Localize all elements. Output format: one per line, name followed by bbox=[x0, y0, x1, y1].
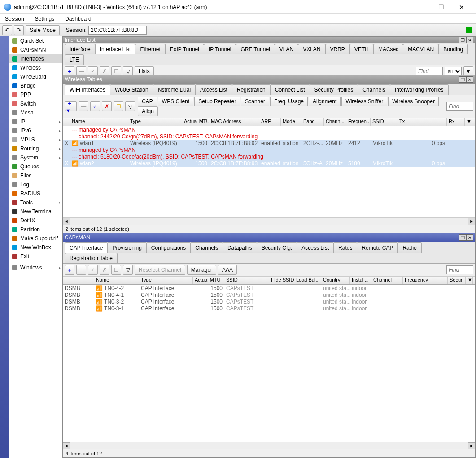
tab-security-profiles[interactable]: Security Profiles bbox=[310, 84, 358, 95]
tab-ethernet[interactable]: Ethernet bbox=[135, 44, 165, 54]
enable-button[interactable]: ✓ bbox=[90, 101, 100, 111]
col-header[interactable]: Channel bbox=[371, 277, 403, 284]
sidebar-item-bridge[interactable]: Bridge bbox=[9, 81, 62, 90]
table-row[interactable]: DSMB📶 TN0-3-2CAP Interface1500CAPsTESTun… bbox=[63, 298, 475, 305]
menu-dashboard[interactable]: Dashboard bbox=[63, 15, 93, 23]
find-input[interactable] bbox=[446, 102, 473, 111]
sidebar-item-new-terminal[interactable]: New Terminal bbox=[9, 207, 62, 216]
col-header[interactable]: Tx bbox=[397, 118, 447, 126]
sidebar-item-radius[interactable]: RADIUS bbox=[9, 189, 62, 198]
menu-session[interactable]: Session bbox=[3, 15, 26, 23]
maximize-button[interactable]: ☐ bbox=[431, 0, 451, 14]
scroll-left-button[interactable]: ◄ bbox=[63, 442, 70, 449]
col-header[interactable] bbox=[63, 118, 70, 126]
wps-client-button[interactable]: WPS Client bbox=[158, 97, 193, 106]
h-scrollbar[interactable]: ◄ ► bbox=[63, 442, 475, 449]
tab-vlan[interactable]: VLAN bbox=[275, 44, 298, 54]
tab-lte[interactable]: LTE bbox=[65, 54, 84, 65]
col-header[interactable]: Type bbox=[139, 277, 193, 284]
col-header[interactable]: Actual MTU bbox=[193, 277, 224, 284]
reselect-channel-button[interactable]: Reselect Channel bbox=[135, 265, 185, 275]
sidebar-item-interfaces[interactable]: Interfaces bbox=[9, 54, 62, 63]
tab-interworking-profiles[interactable]: Interworking Profiles bbox=[390, 84, 449, 95]
filter-button[interactable]: ▽ bbox=[123, 265, 133, 275]
col-header[interactable]: Chann... bbox=[324, 118, 346, 126]
panel-header[interactable]: Wireless Tables ❐ ✕ bbox=[63, 75, 475, 84]
col-header[interactable]: Name bbox=[94, 277, 139, 284]
add-button[interactable]: ＋▾ bbox=[65, 101, 77, 111]
sidebar-item-files[interactable]: Files bbox=[9, 171, 62, 180]
undo-button[interactable]: ↶ bbox=[2, 25, 12, 35]
sidebar-item-ip[interactable]: IP▸ bbox=[9, 117, 62, 126]
disable-button[interactable]: ✗ bbox=[100, 265, 109, 275]
sidebar-item-tools[interactable]: Tools▸ bbox=[9, 198, 62, 207]
tab-w60g-station[interactable]: W60G Station bbox=[110, 84, 153, 95]
panel-restore-button[interactable]: ❐ bbox=[459, 234, 466, 241]
col-menu-button[interactable]: ▼ bbox=[465, 118, 472, 126]
tab-datapaths[interactable]: Datapaths bbox=[223, 242, 257, 253]
panel-close-button[interactable]: ✕ bbox=[466, 76, 473, 83]
tab-connect-list[interactable]: Connect List bbox=[270, 84, 310, 95]
col-header[interactable]: Mode bbox=[281, 118, 301, 126]
panel-restore-button[interactable]: ❐ bbox=[459, 76, 466, 83]
table-row[interactable]: --- channel: 5180/20-Ceee/ac(20dBm), SSI… bbox=[63, 153, 475, 160]
tab-macvlan[interactable]: MACVLAN bbox=[403, 44, 439, 54]
col-header[interactable] bbox=[63, 277, 94, 284]
table-row[interactable]: X📶 wlan1Wireless (IPQ4019)15002C:C8:1B:7… bbox=[63, 140, 475, 146]
sidebar-item-partition[interactable]: Partition bbox=[9, 225, 62, 234]
col-header[interactable]: Type bbox=[128, 118, 182, 126]
col-header[interactable]: SSID bbox=[224, 277, 269, 284]
tab-access-list[interactable]: Access List bbox=[297, 242, 334, 253]
sidebar-item-dot1x[interactable]: Dot1X bbox=[9, 216, 62, 225]
col-header[interactable]: ARP bbox=[259, 118, 281, 126]
tab-cap-interface[interactable]: CAP Interface bbox=[65, 242, 108, 253]
sidebar-item-system[interactable]: System▸ bbox=[9, 153, 62, 162]
table-row[interactable]: --- managed by CAPsMAN bbox=[63, 126, 475, 133]
remove-button[interactable]: — bbox=[76, 265, 86, 275]
tab-eoip-tunnel[interactable]: EoIP Tunnel bbox=[165, 44, 204, 54]
panel-header[interactable]: CAPsMAN ❐ ✕ bbox=[63, 233, 475, 242]
wireless-sniffer-button[interactable]: Wireless Sniffer bbox=[341, 97, 387, 106]
sidebar-item-wireless[interactable]: Wireless bbox=[9, 63, 62, 72]
menu-settings[interactable]: Settings bbox=[33, 15, 56, 23]
col-header[interactable]: Install... bbox=[350, 277, 371, 284]
sidebar-item-new-winbox[interactable]: New WinBox bbox=[9, 243, 62, 252]
col-header[interactable]: Frequency bbox=[403, 277, 448, 284]
scroll-right-button[interactable]: ► bbox=[468, 218, 475, 225]
tab-ip-tunnel[interactable]: IP Tunnel bbox=[204, 44, 236, 54]
panel-restore-button[interactable]: ❐ bbox=[459, 37, 466, 43]
tab-veth[interactable]: VETH bbox=[349, 44, 374, 54]
tab-configurations[interactable]: Configurations bbox=[146, 242, 191, 253]
tab-macsec[interactable]: MACsec bbox=[373, 44, 403, 54]
close-button[interactable]: ✕ bbox=[451, 0, 472, 14]
tab-channels[interactable]: Channels bbox=[190, 242, 223, 253]
minimize-button[interactable]: — bbox=[410, 0, 431, 14]
table-row[interactable]: DSMB📶 TN0-4-1CAP Interface1500CAPsTESTun… bbox=[63, 291, 475, 298]
scanner-button[interactable]: Scanner bbox=[241, 97, 269, 106]
table-row[interactable]: X📶 wlan2Wireless (IPQ4019)15002C:C8:1B:7… bbox=[63, 160, 475, 167]
col-header[interactable]: Frequen... bbox=[346, 118, 371, 126]
comment-button[interactable]: ☐ bbox=[114, 101, 123, 111]
col-header[interactable]: Load Bal... bbox=[294, 277, 321, 284]
wireless-snooper-button[interactable]: Wireless Snooper bbox=[388, 97, 439, 106]
sidebar-item-log[interactable]: Log bbox=[9, 180, 62, 189]
col-header[interactable]: SSID bbox=[371, 118, 397, 126]
tab-nstreme-dual[interactable]: Nstreme Dual bbox=[153, 84, 196, 95]
sidebar-item-make-supout-rif[interactable]: Make Supout.rif bbox=[9, 234, 62, 243]
sidebar-item-mpls[interactable]: MPLS▸ bbox=[9, 135, 62, 144]
sidebar-item-routing[interactable]: Routing▸ bbox=[9, 144, 62, 153]
enable-button[interactable]: ✓ bbox=[88, 265, 98, 275]
panel-close-button[interactable]: ✕ bbox=[466, 37, 473, 43]
manager-button[interactable]: Manager bbox=[187, 265, 216, 275]
col-header[interactable]: Actual MTU bbox=[182, 118, 209, 126]
sidebar-item-queues[interactable]: Queues bbox=[9, 162, 62, 171]
col-header[interactable]: MAC Address bbox=[209, 118, 259, 126]
sidebar-item-wireguard[interactable]: WireGuard bbox=[9, 72, 62, 81]
alignment-button[interactable]: Alignment bbox=[309, 97, 341, 106]
sidebar-item-ppp[interactable]: PPP bbox=[9, 90, 62, 99]
tab-registration[interactable]: Registration bbox=[232, 84, 271, 95]
tab-vxlan[interactable]: VXLAN bbox=[298, 44, 325, 54]
panel-close-button[interactable]: ✕ bbox=[466, 234, 473, 241]
disable-button[interactable]: ✗ bbox=[102, 101, 112, 111]
col-header[interactable]: Country bbox=[321, 277, 350, 284]
